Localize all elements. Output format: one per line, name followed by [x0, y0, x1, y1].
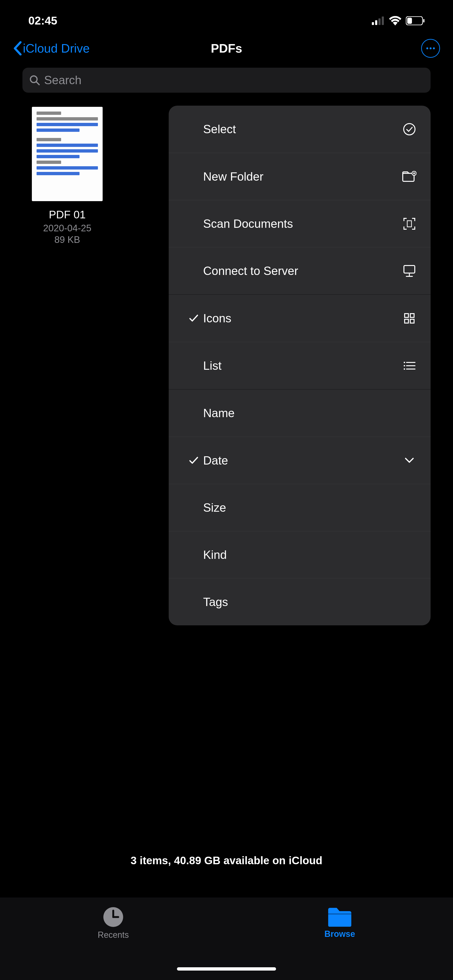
clock-icon [103, 907, 124, 928]
tab-recents[interactable]: Recents [0, 907, 226, 940]
file-size: 89 KB [22, 234, 112, 245]
menu-label: Icons [201, 312, 402, 325]
menu-sort-tags[interactable]: Tags [169, 578, 431, 625]
menu-select[interactable]: Select [169, 106, 431, 153]
svg-rect-14 [407, 221, 412, 227]
svg-rect-3 [382, 16, 384, 25]
context-menu: Select New Folder Scan Documents [169, 106, 431, 625]
svg-rect-5 [423, 19, 424, 22]
svg-rect-0 [372, 22, 374, 25]
folder-icon [327, 907, 353, 927]
file-name: PDF 01 [22, 208, 112, 221]
menu-label: Size [201, 501, 402, 514]
svg-line-8 [36, 82, 39, 85]
tab-label: Browse [324, 929, 355, 939]
search-icon [29, 75, 40, 85]
status-time: 02:45 [28, 14, 57, 27]
menu-sort-size[interactable]: Size [169, 484, 431, 531]
menu-view-list[interactable]: List [169, 342, 431, 389]
svg-rect-21 [410, 319, 414, 323]
svg-rect-19 [410, 313, 414, 317]
pdf-thumbnail-icon [32, 107, 103, 201]
svg-rect-6 [407, 18, 412, 24]
server-icon [402, 264, 416, 277]
cellular-signal-icon [372, 16, 384, 25]
chevron-down-icon [402, 457, 416, 464]
file-date: 2020-04-25 [22, 223, 112, 234]
list-icon [402, 361, 416, 371]
back-label: iCloud Drive [23, 41, 90, 56]
chevron-left-icon [13, 41, 22, 56]
svg-point-26 [404, 368, 405, 370]
battery-icon [406, 16, 425, 25]
storage-status: 3 items, 40.89 GB available on iCloud [0, 854, 453, 867]
nav-header: iCloud Drive PDFs [0, 34, 453, 65]
status-bar: 02:45 [0, 0, 453, 34]
check-icon [187, 457, 201, 465]
wifi-icon [389, 16, 402, 25]
menu-view-icons[interactable]: Icons [169, 295, 431, 342]
menu-new-folder[interactable]: New Folder [169, 153, 431, 200]
scan-icon [402, 217, 416, 230]
menu-label: New Folder [201, 170, 402, 183]
menu-connect-server[interactable]: Connect to Server [169, 247, 431, 294]
svg-rect-20 [405, 319, 408, 323]
menu-label: Tags [201, 595, 402, 609]
svg-point-22 [404, 362, 405, 363]
menu-label: Select [201, 123, 402, 136]
menu-scan-documents[interactable]: Scan Documents [169, 200, 431, 247]
svg-rect-1 [375, 20, 377, 25]
menu-label: Connect to Server [201, 264, 402, 278]
search-placeholder: Search [44, 73, 81, 87]
svg-rect-2 [378, 18, 381, 25]
menu-label: Name [201, 406, 402, 420]
tab-browse[interactable]: Browse [226, 907, 453, 939]
back-button[interactable]: iCloud Drive [13, 41, 90, 56]
home-indicator[interactable] [177, 967, 276, 970]
svg-rect-31 [328, 913, 351, 915]
svg-rect-18 [405, 313, 408, 317]
menu-label: Kind [201, 548, 402, 562]
menu-label: Date [201, 454, 402, 467]
svg-rect-15 [404, 266, 415, 273]
more-icon [426, 48, 435, 49]
page-title: PDFs [211, 41, 242, 56]
tab-label: Recents [98, 930, 129, 940]
select-icon [402, 123, 416, 135]
check-icon [187, 314, 201, 322]
menu-sort-date[interactable]: Date [169, 437, 431, 484]
more-button[interactable] [421, 39, 440, 58]
svg-point-24 [404, 365, 405, 366]
search-input[interactable]: Search [22, 68, 431, 93]
menu-label: Scan Documents [201, 217, 402, 231]
file-item[interactable]: PDF 01 2020-04-25 89 KB [22, 107, 112, 245]
grid-icon [402, 313, 416, 324]
svg-point-9 [404, 124, 415, 135]
menu-label: List [201, 359, 402, 372]
menu-sort-name[interactable]: Name [169, 390, 431, 437]
menu-sort-kind[interactable]: Kind [169, 531, 431, 578]
new-folder-icon [402, 171, 416, 182]
